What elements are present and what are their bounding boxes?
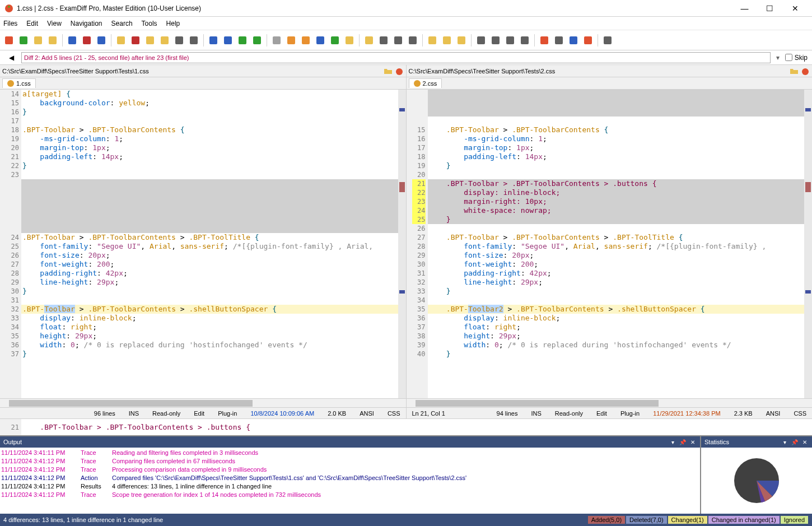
redo-button[interactable]	[221, 34, 235, 47]
saveall-button[interactable]	[95, 34, 108, 47]
code-line[interactable]: a[target] {	[21, 90, 398, 99]
left-overview-map[interactable]	[398, 90, 406, 398]
up-button[interactable]	[426, 34, 439, 47]
close-icon[interactable]: ✕	[801, 438, 809, 446]
code-line[interactable]	[428, 99, 805, 108]
mark-button[interactable]	[440, 34, 454, 47]
down-button[interactable]	[455, 34, 468, 47]
code-line[interactable]	[21, 117, 398, 125]
code-line[interactable]: .BPT-Toolbar2 > .BPT-ToolbarContents > .…	[428, 305, 805, 314]
left-hscroll[interactable]	[0, 398, 406, 407]
filter2-button[interactable]	[377, 34, 390, 47]
code-line[interactable]: font-weight: 200;	[428, 260, 805, 269]
skip-checkbox[interactable]: Skip	[785, 54, 808, 62]
right-tab[interactable]: 2.css	[409, 78, 442, 88]
code-line[interactable]: padding-left: 14px;	[428, 152, 805, 161]
find-button[interactable]	[474, 34, 488, 47]
maximize-button[interactable]: ☐	[757, 1, 782, 16]
open-folder-icon[interactable]	[384, 67, 393, 76]
panev-button[interactable]	[299, 34, 312, 47]
menu-tools[interactable]: Tools	[142, 20, 157, 27]
compare-button[interactable]	[2, 34, 16, 47]
code-line[interactable]: float: right;	[428, 323, 805, 332]
code-line[interactable]: .BPT-Toolbar > .BPT-ToolbarContents {	[428, 125, 805, 134]
code-line[interactable]: line-height: 29px;	[428, 278, 805, 287]
code-line[interactable]: display: inline-block;	[428, 188, 805, 197]
paneg-button[interactable]	[314, 34, 327, 47]
wand2-button[interactable]	[158, 34, 171, 47]
output-body[interactable]: 11/11/2024 3:41:11 PMTraceReading and fi…	[0, 448, 700, 514]
code-line[interactable]: padding-right: 42px;	[21, 269, 398, 278]
undo-button[interactable]	[207, 34, 220, 47]
next-button[interactable]	[236, 34, 249, 47]
filter4-button[interactable]	[406, 34, 419, 47]
pin-icon[interactable]: 📌	[791, 438, 799, 446]
code-line[interactable]: .BPT-Toolbar > .BPT-ToolbarContents > .s…	[21, 305, 398, 314]
code-line[interactable]: margin-top: 1px;	[21, 143, 398, 152]
open-button[interactable]	[46, 34, 59, 47]
code-line[interactable]: font-size: 20px;	[428, 251, 805, 260]
sync-button[interactable]	[328, 34, 342, 47]
pane2-button[interactable]	[284, 34, 298, 47]
code-line[interactable]	[428, 170, 805, 179]
code-line[interactable]: }	[428, 287, 805, 296]
print-button[interactable]	[172, 34, 186, 47]
zoom-button[interactable]	[187, 34, 200, 47]
edit2-button[interactable]	[129, 34, 142, 47]
filter1-button[interactable]	[362, 34, 376, 47]
code-line[interactable]: }	[428, 350, 805, 359]
code-line[interactable]: .BPT-Toolbar > .BPT-ToolbarContents > .B…	[21, 233, 398, 242]
edit1-button[interactable]	[114, 34, 128, 47]
right-hscroll[interactable]	[407, 398, 813, 407]
code-line[interactable]	[21, 179, 398, 188]
fruit-icon[interactable]	[395, 67, 404, 76]
menu-search[interactable]: Search	[111, 20, 133, 27]
hscroll-thumb[interactable]	[416, 400, 659, 407]
code-line[interactable]: -ms-grid-column: 1;	[21, 134, 398, 143]
minimize-button[interactable]: —	[732, 1, 757, 16]
code-line[interactable]	[21, 206, 398, 215]
menu-view[interactable]: View	[47, 20, 62, 27]
left-code[interactable]: a[target] { background-color: yellow;} .…	[21, 90, 398, 398]
open-folder-icon[interactable]	[790, 67, 799, 76]
menu-edit[interactable]: Edit	[26, 20, 38, 27]
code-line[interactable]: }	[21, 161, 398, 170]
code-line[interactable]: font-family: "Segoe UI", Arial, sans-ser…	[428, 242, 805, 251]
menu-files[interactable]: Files	[3, 20, 17, 27]
code-line[interactable]: font-family: "Segoe UI", Arial, sans-ser…	[21, 242, 398, 251]
code-line[interactable]: width: 0; /* 0 is replaced during 'hosti…	[428, 341, 805, 350]
code-line[interactable]	[428, 108, 805, 117]
left-tab[interactable]: 1.css	[2, 78, 36, 88]
code-line[interactable]: margin-right: 10px;	[428, 197, 805, 206]
gear-button[interactable]	[601, 34, 614, 47]
findn-button[interactable]	[489, 34, 502, 47]
wand1-button[interactable]	[143, 34, 157, 47]
code-line[interactable]: background-color: yellow;	[21, 99, 398, 108]
lines-button[interactable]	[552, 34, 566, 47]
code-line[interactable]: font-size: 20px;	[21, 251, 398, 260]
code-line[interactable]: font-weight: 200;	[21, 260, 398, 269]
code-line[interactable]: }	[21, 287, 398, 296]
code-line[interactable]	[21, 296, 398, 305]
save-button[interactable]	[66, 34, 79, 47]
diff-description-input[interactable]	[21, 52, 771, 63]
code-line[interactable]: }	[21, 350, 398, 359]
swap-button[interactable]	[31, 34, 45, 47]
check-button[interactable]	[343, 34, 356, 47]
refresh-button[interactable]	[17, 34, 30, 47]
code-line[interactable]: width: 0; /* 0 is replaced during 'hosti…	[21, 341, 398, 350]
code-line[interactable]: padding-left: 14px;	[21, 152, 398, 161]
status-chip[interactable]: Ignored	[781, 516, 808, 524]
left-code-area[interactable]: 1415161718192021222324252627282930313233…	[0, 90, 406, 398]
close-button[interactable]: ✕	[782, 1, 808, 16]
menu-navigation[interactable]: Navigation	[71, 20, 102, 27]
code-line[interactable]	[21, 170, 398, 179]
prev-button[interactable]	[250, 34, 264, 47]
right-code[interactable]: .BPT-Toolbar > .BPT-ToolbarContents { -m…	[428, 90, 805, 398]
pin-icon[interactable]: 📌	[679, 438, 687, 446]
code-line[interactable]: }	[428, 215, 805, 224]
skip-checkbox-input[interactable]	[785, 54, 792, 61]
prev-arrow-icon[interactable]: ◀	[4, 51, 18, 64]
dropdown-icon[interactable]: ▾	[669, 438, 676, 446]
code-line[interactable]: line-height: 29px;	[21, 278, 398, 287]
